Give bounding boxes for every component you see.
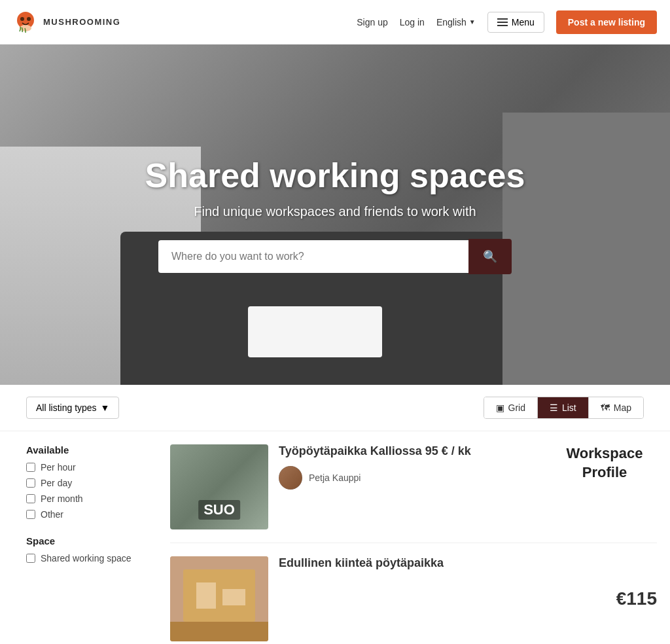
listing-host: Petja Kauppi xyxy=(279,466,542,490)
view-list-button[interactable]: ☰ List xyxy=(538,397,589,418)
language-arrow: ▼ xyxy=(469,18,476,26)
listing-title[interactable]: Työpöytäpaikka Kalliossa 95 € / kk xyxy=(279,444,542,458)
listing-item: Edullinen kiinteä pöytäpaikka €115 xyxy=(170,556,657,644)
filter-per-day[interactable]: Per day xyxy=(26,478,157,488)
per-day-label: Per day xyxy=(41,478,72,488)
per-day-checkbox[interactable] xyxy=(26,478,35,488)
listing-type-filter[interactable]: All listing types ▼ xyxy=(26,397,119,419)
menu-button[interactable]: Menu xyxy=(487,12,544,33)
logo[interactable]: MUSHROOMING xyxy=(13,10,120,35)
per-month-label: Per month xyxy=(41,493,83,504)
available-title: Available xyxy=(26,444,157,456)
listing-type-label: All listing types xyxy=(36,402,97,413)
host-avatar xyxy=(279,466,302,490)
svg-point-2 xyxy=(20,17,24,21)
listing-item: SUO Työpöytäpaikka Kalliossa 95 € / kk P… xyxy=(170,444,657,543)
filter-shared-workspace[interactable]: Shared working space xyxy=(26,553,157,564)
list-icon: ☰ xyxy=(550,402,558,413)
listing-title[interactable]: Edullinen kiinteä pöytäpaikka xyxy=(279,556,593,570)
other-label: Other xyxy=(41,509,63,520)
logo-text: MUSHROOMING xyxy=(43,17,120,27)
view-map-label: Map xyxy=(614,402,631,413)
view-toggle: ▣ Grid ☰ List 🗺 Map xyxy=(484,397,644,419)
header: MUSHROOMING Sign up Log in English ▼ Men… xyxy=(0,0,670,45)
per-hour-checkbox[interactable] xyxy=(26,463,35,472)
logo-icon xyxy=(13,10,38,35)
hero-table xyxy=(248,306,382,357)
hero-content: Shared working spaces Find unique worksp… xyxy=(132,156,538,274)
per-month-checkbox[interactable] xyxy=(26,494,35,503)
host-name: Petja Kauppi xyxy=(309,473,361,483)
listing-price: €115 xyxy=(603,556,657,641)
hero-title: Shared working spaces xyxy=(145,156,525,195)
filter-per-hour[interactable]: Per hour xyxy=(26,462,157,473)
other-checkbox[interactable] xyxy=(26,510,35,519)
search-button[interactable]: 🔍 xyxy=(468,239,512,274)
view-map-button[interactable]: 🗺 Map xyxy=(589,397,643,418)
signup-link[interactable]: Sign up xyxy=(357,17,387,27)
listings-container: SUO Työpöytäpaikka Kalliossa 95 € / kk P… xyxy=(170,444,657,644)
svg-rect-7 xyxy=(222,589,245,605)
filter-per-month[interactable]: Per month xyxy=(26,493,157,504)
space-title: Space xyxy=(26,535,157,546)
language-selector[interactable]: English ▼ xyxy=(436,17,476,27)
listing-thumb-svg xyxy=(170,556,268,641)
search-input[interactable] xyxy=(158,240,468,273)
view-list-label: List xyxy=(562,402,576,413)
view-grid-button[interactable]: ▣ Grid xyxy=(484,397,538,418)
post-listing-button[interactable]: Post a new listing xyxy=(556,10,657,34)
menu-icon xyxy=(497,18,508,26)
space-filter-section: Space Shared working space xyxy=(26,535,157,564)
language-label: English xyxy=(436,17,467,27)
host-avatar-image xyxy=(279,466,302,490)
view-grid-label: Grid xyxy=(508,402,525,413)
available-filter-section: Available Per hour Per day Per month Oth… xyxy=(26,444,157,520)
listing-thumbnail[interactable] xyxy=(170,556,268,641)
shared-workspace-label: Shared working space xyxy=(41,553,132,564)
map-icon: 🗺 xyxy=(601,402,610,413)
main-content: Available Per hour Per day Per month Oth… xyxy=(0,431,670,644)
filters-bar: All listing types ▼ ▣ Grid ☰ List 🗺 Map xyxy=(0,385,670,431)
menu-label: Menu xyxy=(512,17,535,27)
listing-info: Työpöytäpaikka Kalliossa 95 € / kk Petja… xyxy=(279,444,542,529)
hero-cushion xyxy=(569,249,636,317)
shared-workspace-checkbox[interactable] xyxy=(26,554,35,563)
search-icon: 🔍 xyxy=(483,250,497,263)
login-link[interactable]: Log in xyxy=(400,17,425,27)
svg-rect-8 xyxy=(170,622,268,641)
hero-section: Shared working spaces Find unique worksp… xyxy=(0,45,670,385)
svg-rect-6 xyxy=(196,582,216,609)
listing-thumbnail[interactable]: SUO xyxy=(170,444,268,529)
sidebar: Available Per hour Per day Per month Oth… xyxy=(26,444,157,644)
grid-icon: ▣ xyxy=(496,402,504,413)
header-nav: Sign up Log in English ▼ Menu Post a new… xyxy=(357,10,657,34)
hero-subtitle: Find unique workspaces and friends to wo… xyxy=(145,204,525,219)
listing-sign: SUO xyxy=(198,500,240,520)
hero-search-form: 🔍 xyxy=(158,239,512,274)
per-hour-label: Per hour xyxy=(41,462,76,473)
svg-point-3 xyxy=(27,17,31,21)
listing-type-arrow: ▼ xyxy=(101,402,110,413)
filter-other[interactable]: Other xyxy=(26,509,157,520)
listing-info: Edullinen kiinteä pöytäpaikka xyxy=(279,556,593,641)
workspace-profile-label: WorkspaceProfile xyxy=(552,444,657,529)
